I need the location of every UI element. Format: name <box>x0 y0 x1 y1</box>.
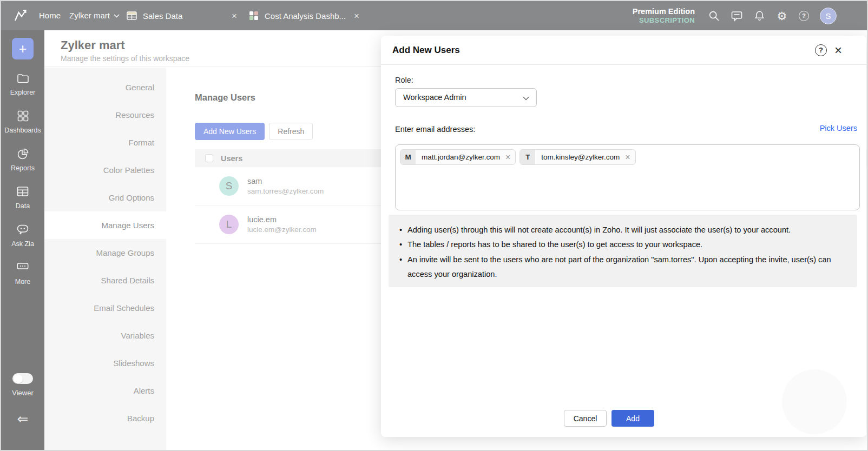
email-addresses-label: Enter email addresses: <box>395 125 475 134</box>
remove-chip-icon[interactable]: × <box>505 153 510 162</box>
role-selected-value: Workspace Admin <box>403 89 466 107</box>
pick-users-link[interactable]: Pick Users <box>820 124 857 132</box>
email-chip: M matt.jordan@zylker.com × <box>400 149 516 165</box>
note-item: The tables / reports has to be shared to… <box>398 237 841 252</box>
close-icon[interactable]: × <box>834 44 842 57</box>
chip-avatar: M <box>400 149 416 165</box>
email-addresses-input[interactable]: M matt.jordan@zylker.com × T tom.kinsley… <box>395 144 860 210</box>
cancel-button[interactable]: Cancel <box>564 410 607 427</box>
note-item: Adding user(s) through this will not cre… <box>398 223 841 237</box>
email-chip: T tom.kinsley@zylker.com × <box>520 149 635 165</box>
info-notes: Adding user(s) through this will not cre… <box>389 215 857 287</box>
chip-avatar: T <box>520 149 535 165</box>
dialog-help-icon[interactable]: ? <box>815 44 827 56</box>
watermark-circle <box>782 369 847 434</box>
dialog-title: Add New Users <box>392 45 460 56</box>
dialog-actions: Cancel Add <box>564 410 654 427</box>
chevron-down-icon <box>523 96 529 101</box>
chip-email-text: matt.jordan@zylker.com <box>416 153 505 161</box>
remove-chip-icon[interactable]: × <box>625 153 630 162</box>
add-button[interactable]: Add <box>611 410 654 427</box>
dialog-header: Add New Users ? × <box>381 36 866 65</box>
chip-email-text: tom.kinsley@zylker.com <box>535 153 625 161</box>
note-item: An invite will be sent to the users who … <box>398 253 841 282</box>
role-select[interactable]: Workspace Admin <box>395 88 537 107</box>
app-window: Home Zylker mart Sales Data × <box>0 0 868 451</box>
add-new-users-dialog: Add New Users ? × Role: Workspace Admin … <box>381 36 866 437</box>
dialog-body: Role: Workspace Admin Enter email addres… <box>381 65 866 436</box>
role-label: Role: <box>395 76 413 84</box>
